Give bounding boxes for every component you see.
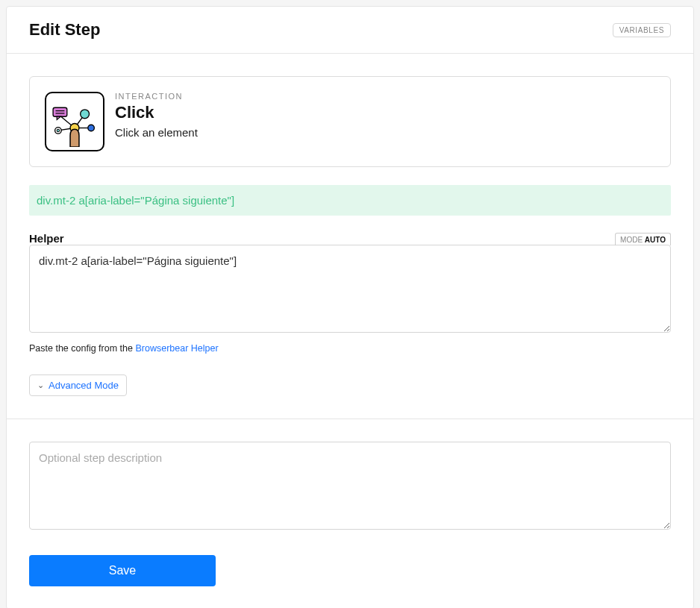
- interaction-card: INTERACTION Click Click an element: [29, 76, 671, 167]
- step-description-input[interactable]: [29, 442, 671, 530]
- edit-step-panel: Edit Step VARIABLES: [6, 6, 694, 608]
- variables-button[interactable]: VARIABLES: [613, 23, 671, 37]
- interaction-title: Click: [115, 103, 198, 122]
- chevron-down-icon: ⌄: [37, 380, 44, 390]
- selector-preview: div.mt-2 a[aria-label="Página siguiente"…: [29, 185, 671, 216]
- svg-rect-4: [53, 107, 67, 116]
- panel-header: Edit Step VARIABLES: [7, 7, 693, 54]
- helper-hint-text: Paste the config from the: [29, 343, 135, 354]
- advanced-mode-label: Advanced Mode: [49, 380, 119, 391]
- helper-input[interactable]: [29, 245, 671, 333]
- save-button[interactable]: Save: [29, 555, 216, 586]
- interaction-overline: INTERACTION: [115, 92, 198, 101]
- panel-body: INTERACTION Click Click an element div.m…: [7, 54, 693, 419]
- mode-prefix: MODE: [620, 236, 643, 244]
- svg-point-7: [81, 110, 90, 119]
- panel-footer: Save: [7, 419, 693, 608]
- advanced-mode-toggle[interactable]: ⌄ Advanced Mode: [29, 374, 127, 396]
- helper-label: Helper: [29, 232, 64, 245]
- click-action-icon: [45, 92, 104, 151]
- interaction-text: INTERACTION Click Click an element: [115, 92, 198, 139]
- page-title: Edit Step: [29, 20, 100, 40]
- mode-badge[interactable]: MODE AUTO: [615, 233, 671, 245]
- helper-hint: Paste the config from the Browserbear He…: [29, 343, 671, 354]
- interaction-description: Click an element: [115, 126, 198, 139]
- mode-value: AUTO: [645, 236, 666, 244]
- svg-point-9: [88, 125, 95, 131]
- helper-label-row: Helper MODE AUTO: [29, 232, 671, 245]
- svg-point-11: [57, 129, 59, 131]
- browserbear-helper-link[interactable]: Browserbear Helper: [135, 343, 218, 354]
